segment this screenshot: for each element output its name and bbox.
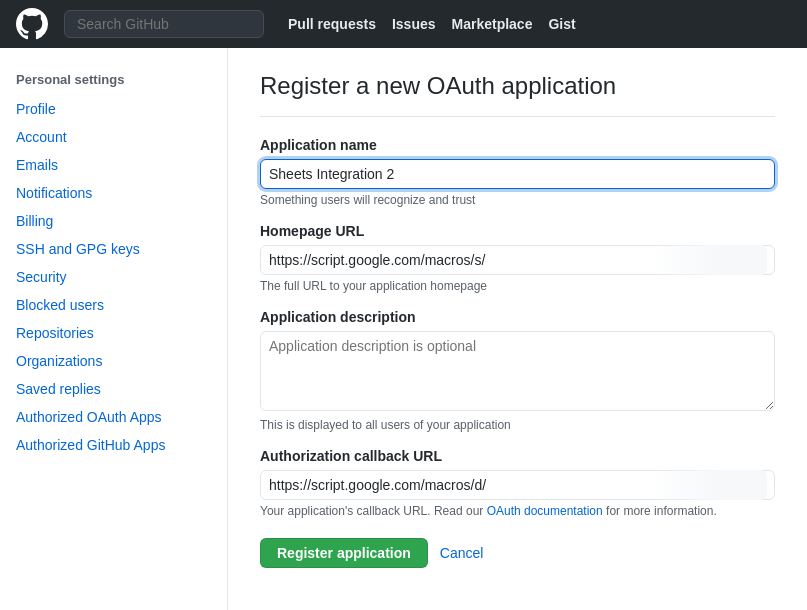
sidebar-title: Personal settings [0, 72, 227, 95]
sidebar-item-emails[interactable]: Emails [0, 151, 227, 179]
page-title: Register a new OAuth application [260, 72, 775, 117]
app-name-label: Application name [260, 137, 775, 153]
marketplace-link[interactable]: Marketplace [452, 16, 533, 32]
app-desc-note: This is displayed to all users of your a… [260, 418, 775, 432]
sidebar-item-security[interactable]: Security [0, 263, 227, 291]
sidebar-item-repositories[interactable]: Repositories [0, 319, 227, 347]
sidebar-item-profile[interactable]: Profile [0, 95, 227, 123]
app-desc-group: Application description This is displaye… [260, 309, 775, 432]
app-desc-input[interactable] [260, 331, 775, 411]
homepage-url-wrapper [260, 245, 775, 275]
sidebar-item-organizations[interactable]: Organizations [0, 347, 227, 375]
homepage-url-group: Homepage URL The full URL to your applic… [260, 223, 775, 293]
topnav: Pull requests Issues Marketplace Gist [0, 0, 807, 48]
sidebar-item-saved-replies[interactable]: Saved replies [0, 375, 227, 403]
sidebar-item-billing[interactable]: Billing [0, 207, 227, 235]
callback-url-note-prefix: Your application's callback URL. Read ou… [260, 504, 487, 518]
oauth-documentation-link[interactable]: OAuth documentation [487, 504, 603, 518]
sidebar: Personal settings Profile Account Emails… [0, 48, 228, 610]
search-input[interactable] [64, 10, 264, 38]
callback-url-input[interactable] [260, 470, 775, 500]
homepage-url-input[interactable] [260, 245, 775, 275]
homepage-url-label: Homepage URL [260, 223, 775, 239]
sidebar-item-oauth[interactable]: Authorized OAuth Apps [0, 403, 227, 431]
callback-url-group: Authorization callback URL Your applicat… [260, 448, 775, 518]
sidebar-item-blocked[interactable]: Blocked users [0, 291, 227, 319]
callback-url-note: Your application's callback URL. Read ou… [260, 504, 775, 518]
homepage-url-note: The full URL to your application homepag… [260, 279, 775, 293]
main-content: Register a new OAuth application Applica… [228, 48, 807, 610]
app-name-note: Something users will recognize and trust [260, 193, 775, 207]
sidebar-item-ssh[interactable]: SSH and GPG keys [0, 235, 227, 263]
callback-url-wrapper [260, 470, 775, 500]
callback-url-label: Authorization callback URL [260, 448, 775, 464]
gist-link[interactable]: Gist [548, 16, 575, 32]
app-desc-label: Application description [260, 309, 775, 325]
issues-link[interactable]: Issues [392, 16, 436, 32]
sidebar-item-notifications[interactable]: Notifications [0, 179, 227, 207]
callback-url-note-suffix: for more information. [603, 504, 717, 518]
register-application-button[interactable]: Register application [260, 538, 428, 568]
layout: Personal settings Profile Account Emails… [0, 48, 807, 610]
app-name-group: Application name Something users will re… [260, 137, 775, 207]
form-actions: Register application Cancel [260, 538, 775, 568]
pull-requests-link[interactable]: Pull requests [288, 16, 376, 32]
sidebar-item-account[interactable]: Account [0, 123, 227, 151]
github-logo[interactable] [16, 8, 48, 40]
app-name-input[interactable] [260, 159, 775, 189]
sidebar-item-github-apps[interactable]: Authorized GitHub Apps [0, 431, 227, 459]
cancel-button[interactable]: Cancel [440, 545, 484, 561]
topnav-links: Pull requests Issues Marketplace Gist [288, 16, 576, 32]
